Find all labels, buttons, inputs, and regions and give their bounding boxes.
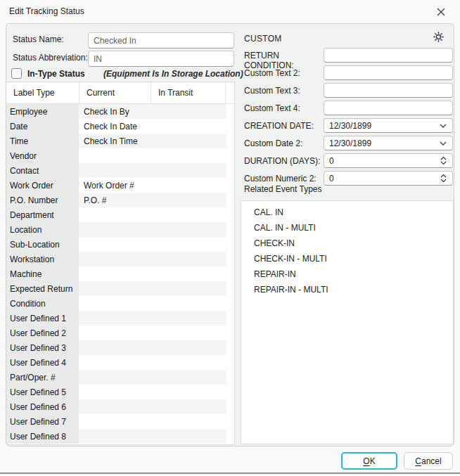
cancel-button[interactable]: Cancel (404, 452, 453, 470)
current-cell[interactable] (79, 326, 151, 340)
spinner-arrows-icon[interactable] (440, 174, 447, 183)
current-cell[interactable] (79, 237, 151, 252)
current-cell[interactable] (79, 252, 151, 266)
current-cell[interactable] (79, 296, 151, 311)
event-type-item[interactable]: CAL. IN - MULTI (241, 220, 453, 236)
creation-date-dropdown[interactable]: 12/30/1899 (324, 118, 453, 133)
in-transit-cell[interactable] (151, 119, 226, 134)
event-type-item[interactable]: REPAIR-IN - MULTI (241, 282, 453, 297)
table-row[interactable]: TimeCheck In Time (6, 134, 234, 148)
custom-text-3-field[interactable] (324, 83, 453, 98)
current-cell[interactable] (79, 370, 151, 385)
header-current[interactable]: Current (79, 82, 151, 103)
table-row[interactable]: User Defined 1 (6, 311, 234, 326)
table-row[interactable]: EmployeeCheck In By (6, 104, 234, 119)
current-cell[interactable]: Check In Date (79, 119, 151, 134)
ok-button[interactable]: OK (341, 452, 397, 470)
table-row[interactable]: Vendor (6, 148, 234, 163)
table-row[interactable]: Machine (6, 266, 234, 281)
header-in-transit[interactable]: In Transit (151, 82, 226, 103)
in-transit-cell[interactable] (151, 429, 226, 444)
in-type-status-checkbox[interactable] (11, 68, 22, 79)
table-row[interactable]: Expected Return (6, 281, 234, 296)
current-cell[interactable] (79, 355, 151, 370)
current-cell[interactable]: Check In By (79, 104, 151, 119)
event-type-item[interactable]: CAL. IN (241, 205, 453, 220)
current-cell[interactable]: Work Order # (79, 178, 151, 193)
return-condition-field[interactable] (324, 48, 453, 63)
current-cell[interactable] (79, 207, 151, 222)
in-transit-cell[interactable] (151, 296, 226, 311)
current-cell[interactable]: Check In Time (79, 134, 151, 148)
table-row[interactable]: User Defined 6 (6, 399, 234, 414)
table-row[interactable]: User Defined 8 (6, 429, 234, 444)
current-cell[interactable] (79, 148, 151, 163)
table-row[interactable]: User Defined 3 (6, 340, 234, 355)
custom-date-2-dropdown[interactable]: 12/30/1899 (324, 136, 453, 150)
table-row[interactable]: User Defined 5 (6, 385, 234, 399)
table-row[interactable]: DateCheck In Date (6, 119, 234, 134)
header-label-type[interactable]: Label Type (6, 82, 79, 103)
in-transit-cell[interactable] (151, 399, 226, 414)
in-transit-cell[interactable] (151, 340, 226, 355)
table-row[interactable]: User Defined 4 (6, 355, 234, 370)
event-type-item[interactable]: REPAIR-IN (241, 266, 453, 282)
current-cell[interactable] (79, 340, 151, 355)
related-event-types-list[interactable]: CAL. INCAL. IN - MULTICHECK-INCHECK-IN -… (241, 200, 454, 444)
in-transit-cell[interactable] (151, 252, 226, 266)
custom-text-4-field[interactable] (324, 101, 453, 115)
table-row[interactable]: P.O. NumberP.O. # (6, 193, 234, 207)
in-transit-cell[interactable] (151, 311, 226, 326)
current-cell[interactable] (79, 311, 151, 326)
in-transit-cell[interactable] (151, 414, 226, 429)
current-cell[interactable]: P.O. # (79, 193, 151, 207)
current-cell[interactable] (79, 266, 151, 281)
in-transit-cell[interactable] (151, 281, 226, 296)
event-type-item[interactable]: CHECK-IN (241, 236, 453, 251)
current-cell[interactable] (79, 281, 151, 296)
return-condition-input[interactable] (324, 49, 452, 62)
table-row[interactable]: User Defined 2 (6, 326, 234, 340)
in-transit-cell[interactable] (151, 237, 226, 252)
in-transit-cell[interactable] (151, 207, 226, 222)
table-row[interactable]: User Defined 7 (6, 414, 234, 429)
event-type-item[interactable]: CHECK-IN - MULTI (241, 251, 453, 266)
table-row[interactable]: Contact (6, 163, 234, 178)
in-transit-cell[interactable] (151, 370, 226, 385)
table-row[interactable]: Workstation (6, 252, 234, 266)
current-cell[interactable] (79, 429, 151, 444)
current-cell[interactable] (79, 385, 151, 399)
table-row[interactable]: Location (6, 222, 234, 237)
spinner-arrows-icon[interactable] (440, 156, 447, 165)
in-transit-cell[interactable] (151, 134, 226, 148)
in-transit-cell[interactable] (151, 355, 226, 370)
custom-text-2-input[interactable] (324, 66, 452, 79)
duration-days-spinner[interactable]: 0 (324, 153, 453, 168)
status-abbreviation-input[interactable] (88, 51, 234, 67)
in-transit-cell[interactable] (151, 193, 226, 207)
current-cell[interactable] (79, 163, 151, 178)
in-transit-cell[interactable] (151, 178, 226, 193)
table-row[interactable]: Part/Oper. # (6, 370, 234, 385)
table-row[interactable]: Sub-Location (6, 237, 234, 252)
in-transit-cell[interactable] (151, 148, 226, 163)
in-transit-cell[interactable] (151, 104, 226, 119)
table-row[interactable]: Work OrderWork Order # (6, 178, 234, 193)
in-transit-cell[interactable] (151, 385, 226, 399)
in-transit-cell[interactable] (151, 326, 226, 340)
status-name-input[interactable] (88, 32, 234, 49)
close-button[interactable] (429, 3, 453, 21)
table-row[interactable]: Department (6, 207, 234, 222)
custom-text-2-field[interactable] (324, 65, 453, 80)
custom-text-4-input[interactable] (324, 101, 452, 115)
table-row[interactable]: Condition (6, 296, 234, 311)
in-transit-cell[interactable] (151, 163, 226, 178)
in-transit-cell[interactable] (151, 266, 226, 281)
custom-numeric-2-spinner[interactable]: 0 (324, 171, 453, 186)
current-cell[interactable] (79, 222, 151, 237)
current-cell[interactable] (79, 399, 151, 414)
in-transit-cell[interactable] (151, 222, 226, 237)
custom-text-3-input[interactable] (324, 84, 452, 97)
current-cell[interactable] (79, 414, 151, 429)
settings-button[interactable] (431, 31, 445, 45)
